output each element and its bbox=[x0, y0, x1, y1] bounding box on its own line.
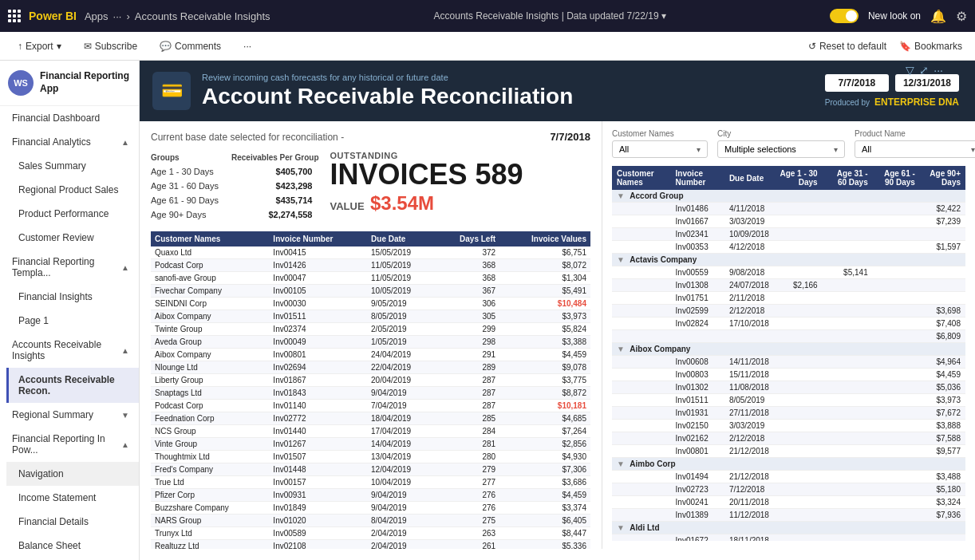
ar-data-row[interactable]: Inv02150 3/03/2019 $3,888 bbox=[612, 420, 965, 432]
table-row[interactable]: SEINDNI Corp Inv00030 9/05/2019 306 $10,… bbox=[151, 298, 590, 310]
ar-data-row[interactable]: Inv01308 24/07/2018 $2,166 bbox=[612, 279, 965, 292]
ar-data-row[interactable]: Inv02341 10/09/2018 bbox=[612, 228, 965, 241]
ar-data-row[interactable]: Inv02599 2/12/2018 $3,698 bbox=[612, 305, 965, 317]
ar-group-row[interactable]: ▼ Aimbo Corp bbox=[612, 458, 965, 471]
table-row[interactable]: True Ltd Inv00157 10/04/2019 277 $3,686 bbox=[151, 476, 590, 489]
ar-data-row[interactable]: Inv01389 11/12/2018 $7,936 bbox=[612, 509, 965, 522]
table-row[interactable]: Liberty Group Inv01867 20/04/2019 287 $3… bbox=[151, 374, 590, 387]
ar-customer-cell bbox=[612, 241, 671, 254]
table-row[interactable]: Fred's Company Inv01448 12/04/2019 279 $… bbox=[151, 463, 590, 476]
ar-data-row[interactable]: Inv02824 17/10/2018 $7,408 bbox=[612, 317, 965, 330]
sidebar-item-balance-sheet[interactable]: Balance Sheet bbox=[6, 534, 139, 558]
table-row[interactable]: Feednation Corp Inv02772 18/04/2019 285 … bbox=[151, 412, 590, 425]
ar-data-row[interactable]: Inv00559 9/08/2018 $5,141 bbox=[612, 266, 965, 279]
bookmarks-button[interactable]: 🔖 Bookmarks bbox=[899, 41, 962, 52]
export-button[interactable]: ↑ Export ▾ bbox=[13, 37, 66, 55]
ar-data-row[interactable]: Inv00241 20/11/2018 $3,324 bbox=[612, 496, 965, 509]
settings-icon[interactable]: ⚙ bbox=[956, 9, 967, 24]
days-cell: 276 bbox=[436, 502, 499, 515]
ar-data-row[interactable]: Inv01494 21/12/2018 $3,488 bbox=[612, 471, 965, 483]
sidebar-item-customer-review[interactable]: Customer Review bbox=[6, 226, 139, 250]
sidebar-item-financial-details[interactable]: Financial Details bbox=[6, 510, 139, 534]
expand-icon[interactable]: ⤢ bbox=[919, 64, 929, 77]
sidebar-item-income-statement[interactable]: Income Statement bbox=[6, 486, 139, 510]
table-row[interactable]: Podcast Corp Inv01426 11/05/2019 368 $8,… bbox=[151, 259, 590, 272]
ar-data-row[interactable]: Inv01672 18/11/2018 bbox=[612, 534, 965, 542]
ar-group-row[interactable]: ▼ Aldi Ltd bbox=[612, 522, 965, 534]
reset-button[interactable]: ↺ Reset to default bbox=[808, 41, 886, 52]
sidebar-item-sales-summary[interactable]: Sales Summary bbox=[6, 154, 139, 178]
more-options-icon[interactable]: ··· bbox=[934, 64, 943, 77]
sidebar-item-ar-recon[interactable]: Accounts Receivable Recon. bbox=[6, 368, 139, 403]
ar-data-row[interactable]: Inv00803 15/11/2018 $4,459 bbox=[612, 369, 965, 381]
table-row[interactable]: Vinte Group Inv01267 14/04/2019 281 $2,8… bbox=[151, 438, 590, 451]
ar-group-row[interactable]: ▼ Aibox Company bbox=[612, 343, 965, 356]
ar-group-row[interactable]: ▼ Actavis Company bbox=[612, 254, 965, 266]
new-look-label: New look on bbox=[868, 10, 921, 22]
sidebar-item-product-performance[interactable]: Product Performance bbox=[6, 202, 139, 226]
sidebar-item-financial-reporting-templates[interactable]: Financial Reporting Templa... ▲ bbox=[0, 250, 139, 285]
filter-icon[interactable]: ▽ bbox=[906, 64, 914, 77]
date-picker-end[interactable]: 12/31/2018 bbox=[895, 74, 959, 92]
sidebar-item-financial-reporting-in-power[interactable]: Financial Reporting In Pow... ▲ bbox=[0, 427, 139, 462]
table-row[interactable]: sanofi-ave Group Inv00047 11/05/2019 368… bbox=[151, 272, 590, 285]
table-row[interactable]: Quaxo Ltd Inv00415 15/05/2019 372 $6,751 bbox=[151, 246, 590, 259]
sidebar-item-page-1[interactable]: Page 1 bbox=[6, 309, 139, 333]
bell-icon[interactable]: 🔔 bbox=[930, 9, 946, 24]
ar-data-row[interactable]: Inv02162 2/12/2018 $7,588 bbox=[612, 432, 965, 445]
ar-data-row[interactable]: Inv01302 11/08/2018 $5,036 bbox=[612, 381, 965, 394]
sidebar-item-financial-analytics[interactable]: Financial Analytics ▲ bbox=[0, 130, 139, 154]
product-name-dropdown[interactable]: All ▾ bbox=[855, 140, 975, 158]
ar-data-row[interactable]: Inv00801 21/12/2018 $9,577 bbox=[612, 445, 965, 458]
sidebar-item-financial-insights[interactable]: Financial Insights bbox=[6, 285, 139, 309]
table-row[interactable]: Fivechar Company Inv00105 10/05/2019 367… bbox=[151, 285, 590, 298]
table-row[interactable]: Snaptags Ltd Inv01843 9/04/2019 287 $8,8… bbox=[151, 387, 590, 400]
table-row[interactable]: Nlounge Ltd Inv02694 22/04/2019 289 $9,0… bbox=[151, 361, 590, 374]
table-row[interactable]: Buzzshare Company Inv01849 9/04/2019 276… bbox=[151, 502, 590, 515]
comments-button[interactable]: 💬 Comments bbox=[155, 37, 226, 55]
table-row[interactable]: Aibox Company Inv01511 8/05/2019 305 $3,… bbox=[151, 310, 590, 323]
ar-data-row[interactable]: Inv00353 4/12/2018 $1,597 bbox=[612, 241, 965, 254]
content-area: 💳 Review incoming cash forecasts for any… bbox=[140, 61, 975, 560]
table-row[interactable]: NCS Group Inv01440 17/04/2019 284 $7,264 bbox=[151, 425, 590, 438]
customer-cell: Podcast Corp bbox=[151, 259, 269, 272]
subscribe-icon: ✉ bbox=[84, 41, 92, 52]
customer-names-dropdown[interactable]: All ▾ bbox=[612, 140, 708, 158]
col-due-date: Due Date bbox=[367, 231, 436, 246]
ar-invoice-cell: Inv00559 bbox=[671, 266, 724, 279]
sidebar-item-regional-summary[interactable]: Regional Summary ▼ bbox=[0, 403, 139, 427]
sidebar-item-financial-dashboard[interactable]: Financial Dashboard bbox=[0, 106, 139, 130]
ar-data-row[interactable]: Inv01486 4/11/2018 $2,422 bbox=[612, 203, 965, 215]
apps-link[interactable]: Apps bbox=[85, 10, 109, 22]
chevron-up-icon: ▲ bbox=[121, 138, 129, 147]
table-row[interactable]: Trunyx Ltd Inv00589 2/04/2019 263 $8,447 bbox=[151, 527, 590, 540]
sidebar-item-accounts-receivable-insights[interactable]: Accounts Receivable Insights ▲ bbox=[0, 333, 139, 368]
new-look-toggle[interactable] bbox=[830, 9, 859, 23]
ar-data-row[interactable]: Inv01931 27/11/2018 $7,672 bbox=[612, 407, 965, 420]
table-row[interactable]: Pfizer Corp Inv00931 9/04/2019 276 $4,45… bbox=[151, 489, 590, 502]
ar-data-row[interactable]: Inv01667 3/03/2019 $7,239 bbox=[612, 215, 965, 228]
ar-group-row[interactable]: ▼ Accord Group bbox=[612, 190, 965, 203]
sidebar-item-regional-product-sales[interactable]: Regional Product Sales bbox=[6, 178, 139, 202]
grid-icon[interactable] bbox=[8, 10, 21, 22]
ar-data-row[interactable]: Inv00608 14/11/2018 $4,964 bbox=[612, 356, 965, 369]
dropdown-arrow[interactable]: ▾ bbox=[661, 10, 666, 22]
table-row[interactable]: Thoughtmix Ltd Inv01507 13/04/2019 280 $… bbox=[151, 451, 590, 463]
sidebar-item-navigation[interactable]: Navigation bbox=[6, 462, 139, 486]
city-filter-group: City Multiple selections ▾ bbox=[717, 129, 845, 158]
table-row[interactable]: NARS Group Inv01020 8/04/2019 275 $6,405 bbox=[151, 515, 590, 527]
table-row[interactable]: Podcast Corp Inv01140 7/04/2019 287 $10,… bbox=[151, 400, 590, 412]
subscribe-button[interactable]: ✉ Subscribe bbox=[79, 37, 142, 55]
table-row[interactable]: Realtuzz Ltd Inv02108 2/04/2019 261 $5,3… bbox=[151, 540, 590, 550]
ar-data-row[interactable]: Inv02723 7/12/2018 $5,180 bbox=[612, 483, 965, 496]
table-row[interactable]: Twinte Group Inv02374 2/05/2019 299 $5,8… bbox=[151, 323, 590, 336]
days-cell: 367 bbox=[436, 285, 499, 298]
ar-data-row[interactable]: Inv01751 2/11/2018 bbox=[612, 292, 965, 305]
ar-data-row[interactable]: Inv01511 8/05/2019 $3,973 bbox=[612, 394, 965, 407]
table-row[interactable]: Aveda Group Inv00049 1/05/2019 298 $3,38… bbox=[151, 336, 590, 349]
date-picker-start[interactable]: 7/7/2018 bbox=[825, 74, 889, 92]
days-cell: 289 bbox=[436, 361, 499, 374]
more-button[interactable]: ··· bbox=[239, 37, 256, 55]
city-dropdown[interactable]: Multiple selections ▾ bbox=[717, 140, 845, 158]
table-row[interactable]: Aibox Company Inv00801 24/04/2019 291 $4… bbox=[151, 349, 590, 361]
